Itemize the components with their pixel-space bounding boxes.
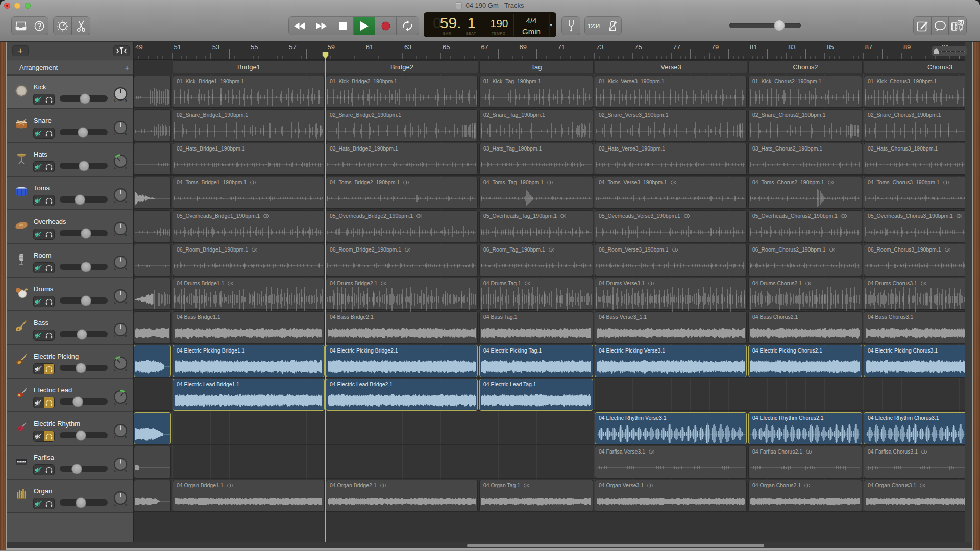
svg-text:R: R bbox=[125, 503, 127, 506]
svg-text:R: R bbox=[125, 436, 127, 439]
svg-text:R: R bbox=[125, 301, 127, 304]
svg-text:L: L bbox=[114, 166, 116, 169]
svg-text:L: L bbox=[114, 368, 116, 371]
svg-text:L: L bbox=[114, 335, 116, 338]
svg-text:L: L bbox=[114, 200, 116, 203]
svg-text:R: R bbox=[125, 267, 127, 270]
svg-text:R: R bbox=[125, 335, 127, 338]
svg-text:R: R bbox=[125, 234, 127, 237]
svg-text:L: L bbox=[114, 503, 116, 506]
svg-text:R: R bbox=[125, 200, 127, 203]
svg-text:L: L bbox=[114, 469, 116, 472]
svg-text:R: R bbox=[125, 99, 127, 102]
svg-text:L: L bbox=[114, 99, 116, 102]
svg-text:L: L bbox=[114, 301, 116, 304]
svg-text:R: R bbox=[125, 402, 127, 405]
svg-text:R: R bbox=[125, 469, 127, 472]
svg-text:R: R bbox=[125, 133, 127, 136]
svg-text:R: R bbox=[125, 368, 127, 371]
svg-text:L: L bbox=[114, 133, 116, 136]
svg-text:L: L bbox=[114, 402, 116, 405]
svg-text:R: R bbox=[125, 166, 127, 169]
svg-text:L: L bbox=[114, 267, 116, 270]
svg-text:L: L bbox=[114, 436, 116, 439]
svg-text:L: L bbox=[114, 234, 116, 237]
